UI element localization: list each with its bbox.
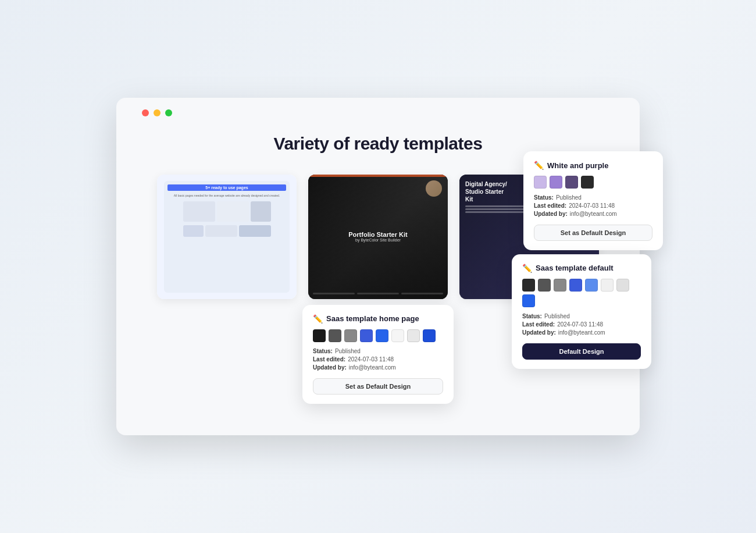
float-card-header-1: ✏️ White and purple [534,161,652,170]
last-edited-row-3: Last edited: 2024-07-03 11:48 [313,356,443,363]
updated-row-1: Updated by: info@byteant.com [534,211,652,217]
set-default-btn-3[interactable]: Set as Default Design [313,378,443,395]
set-default-btn-1[interactable]: Set as Default Design [534,225,652,241]
swatch-purple [550,176,562,189]
updated-row-2: Updated by: info@byteant.com [522,329,641,336]
swatch-dark-purple [565,176,578,189]
status-row-3: Status: Published [313,348,443,354]
swatches-saas-default [522,279,641,307]
template-card-portfolio: Portfolio Starter Kit by ByteColor Site … [308,175,448,299]
pencil-icon-1: ✏️ [534,161,544,170]
float-card-title-1: White and purple [547,161,608,170]
swatch-mid-gray-3 [344,329,357,342]
browser-dot-fullscreen[interactable] [165,109,172,116]
pencil-icon-3: ✏️ [313,314,323,324]
swatches-saas-home [313,329,443,342]
float-card-title-3: Saas template home page [326,314,419,323]
swatch-black-3 [313,329,326,342]
floating-card-white-purple: ✏️ White and purple Status: Published La… [523,151,663,250]
swatch-black [581,176,594,189]
browser-bar [140,109,616,116]
saas-card-image: 5+ ready to use pages All basic pages ne… [157,175,297,299]
set-default-btn-2[interactable]: Default Design [522,343,641,360]
float-card-header-2: ✏️ Saas template default [522,264,641,273]
status-row-1: Status: Published [534,194,652,201]
swatch-blue-2 [569,279,582,292]
swatch-blue-3 [360,329,373,342]
pencil-icon-2: ✏️ [522,264,532,273]
swatch-light-2 [601,279,614,292]
swatch-off-white-2 [616,279,629,292]
browser-dot-close[interactable] [142,109,149,116]
last-edited-row-2: Last edited: 2024-07-03 11:48 [522,321,641,328]
swatches-white-purple [534,176,652,189]
swatch-dark-blue-3 [423,329,436,342]
swatch-light-blue-2 [585,279,598,292]
swatch-lavender [534,176,547,189]
swatch-gray-3 [329,329,341,342]
browser-dot-minimize[interactable] [154,109,161,116]
swatch-white-3 [391,329,404,342]
floating-card-saas-default: ✏️ Saas template default Status: Publish… [512,254,651,369]
template-card-saas: 5+ ready to use pages All basic pages ne… [157,175,297,299]
updated-row-3: Updated by: info@byteant.com [313,364,443,371]
browser-window: Variety of ready templates 5+ ready to u… [116,98,640,435]
swatch-bright-blue-3 [376,329,388,342]
float-card-title-2: Saas template default [536,264,614,272]
swatch-mid-gray-2 [554,279,566,292]
page-title: Variety of ready templates [140,134,616,154]
swatch-off-white-3 [407,329,420,342]
floating-card-saas-home: ✏️ Saas template home page Status: Publi… [302,305,454,404]
last-edited-row-1: Last edited: 2024-07-03 11:48 [534,202,652,209]
float-card-header-3: ✏️ Saas template home page [313,314,443,324]
swatch-black-2 [522,279,535,292]
status-row-2: Status: Published [522,313,641,319]
swatch-gray-2 [538,279,551,292]
portfolio-card-image: Portfolio Starter Kit by ByteColor Site … [308,175,448,299]
swatch-bright-blue-2 [522,294,535,307]
